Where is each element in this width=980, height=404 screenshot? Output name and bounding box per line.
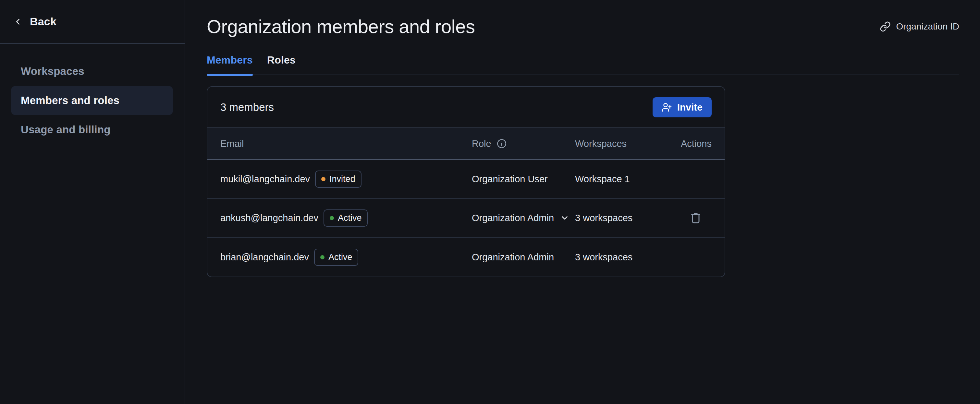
- main-content: Organization members and roles Organizat…: [185, 0, 980, 404]
- tab-members[interactable]: Members: [207, 54, 253, 74]
- table-header: Email Role Workspaces Actions: [207, 127, 725, 160]
- organization-id-label: Organization ID: [896, 21, 959, 32]
- member-row: mukil@langchain.devInvitedOrganization U…: [207, 160, 725, 199]
- member-role: Organization Admin: [472, 252, 554, 263]
- member-role: Organization Admin: [472, 213, 554, 223]
- invite-button[interactable]: Invite: [652, 97, 712, 117]
- status-label: Active: [338, 213, 362, 223]
- info-icon[interactable]: [496, 138, 507, 149]
- status-badge: Active: [314, 249, 359, 266]
- column-header-email: Email: [220, 138, 472, 149]
- status-label: Active: [328, 252, 352, 262]
- table-body: mukil@langchain.devInvitedOrganization U…: [207, 160, 725, 277]
- sidebar-item-usage-and-billing[interactable]: Usage and billing: [11, 115, 173, 144]
- member-email: ankush@langchain.dev: [220, 213, 318, 223]
- column-header-workspaces: Workspaces: [575, 138, 679, 149]
- trash-icon: [689, 211, 702, 224]
- member-count: 3 members: [220, 101, 274, 114]
- column-header-actions: Actions: [679, 138, 712, 149]
- status-label: Invited: [329, 174, 355, 184]
- tab-roles[interactable]: Roles: [267, 54, 296, 74]
- member-role: Organization User: [472, 174, 548, 184]
- status-badge: Active: [323, 209, 368, 227]
- status-dot: [330, 216, 334, 220]
- sidebar-item-workspaces[interactable]: Workspaces: [11, 57, 173, 86]
- page-title: Organization members and roles: [207, 16, 475, 37]
- member-email: brian@langchain.dev: [220, 252, 309, 263]
- back-label: Back: [30, 15, 56, 28]
- link-icon: [880, 21, 891, 32]
- member-row: brian@langchain.devActiveOrganization Ad…: [207, 238, 725, 277]
- member-workspaces: 3 workspaces: [575, 213, 679, 223]
- sidebar-item-members-and-roles[interactable]: Members and roles: [11, 86, 173, 115]
- delete-member-button[interactable]: [687, 209, 704, 226]
- settings-sidebar: Back WorkspacesMembers and rolesUsage an…: [0, 0, 185, 404]
- member-email: mukil@langchain.dev: [220, 174, 310, 184]
- invite-label: Invite: [677, 102, 703, 113]
- column-header-role: Role: [472, 138, 575, 149]
- member-workspaces: Workspace 1: [575, 174, 679, 184]
- status-dot: [321, 177, 326, 181]
- user-plus-icon: [662, 102, 672, 112]
- member-actions: [679, 209, 712, 226]
- back-button[interactable]: Back: [0, 0, 185, 44]
- tab-bar: MembersRoles: [207, 54, 959, 75]
- organization-id-button[interactable]: Organization ID: [880, 21, 959, 32]
- chevron-down-icon[interactable]: [560, 213, 570, 223]
- member-row: ankush@langchain.devActiveOrganization A…: [207, 199, 725, 238]
- sidebar-nav: WorkspacesMembers and rolesUsage and bil…: [0, 44, 185, 144]
- member-workspaces: 3 workspaces: [575, 252, 679, 263]
- members-card: 3 members Invite Email Role Workspaces A…: [207, 86, 725, 277]
- status-dot: [320, 255, 325, 260]
- status-badge: Invited: [315, 171, 361, 188]
- chevron-left-icon: [13, 17, 23, 27]
